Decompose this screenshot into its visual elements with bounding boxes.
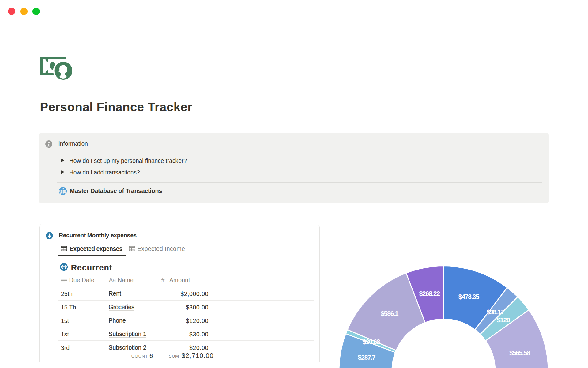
svg-text:$565.58: $565.58	[509, 349, 530, 357]
svg-text:$478.35: $478.35	[458, 293, 480, 301]
svg-text:$268.22: $268.22	[419, 290, 440, 297]
svg-text:$30.68: $30.68	[363, 338, 380, 346]
svg-text:$98.17: $98.17	[486, 309, 504, 316]
svg-text:$586.1: $586.1	[381, 310, 398, 317]
svg-text:$287.7: $287.7	[358, 354, 376, 361]
svg-text:$120: $120	[497, 316, 510, 324]
